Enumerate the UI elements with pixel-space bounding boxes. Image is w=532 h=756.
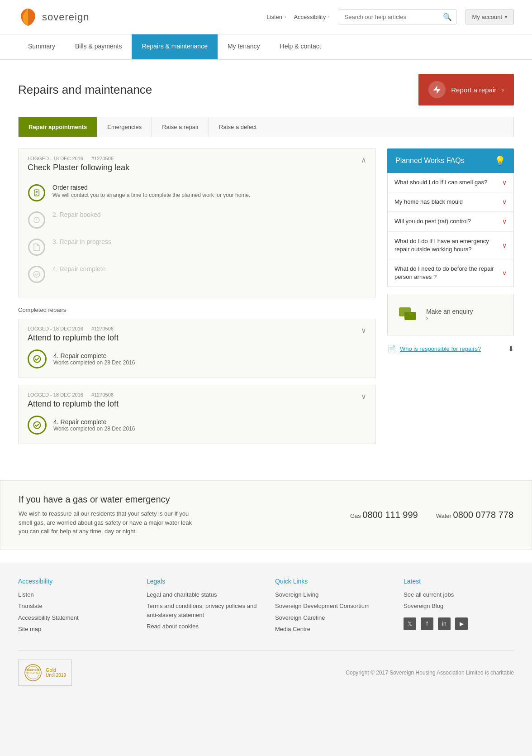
- facebook-icon[interactable]: f: [421, 617, 433, 630]
- footer-link-listen[interactable]: Listen: [18, 590, 128, 599]
- faq-item-3[interactable]: What do I do if I have an emergency repa…: [388, 232, 513, 259]
- footer-link-blog[interactable]: Sovereign Blog: [404, 602, 514, 611]
- faq-item-2-chevron-icon: ∨: [502, 218, 507, 225]
- footer-link-legal-status[interactable]: Legal and charitable status: [147, 590, 257, 599]
- footer-link-sovereign-living[interactable]: Sovereign Living: [275, 590, 385, 599]
- logo-text: sovereign: [42, 11, 89, 23]
- completed-repair-2: LOGGED - 18 DEC 2016 #1270506 Attend to …: [18, 385, 376, 444]
- active-repair-card: LOGGED - 18 DEC 2016 #1270506 Check Plas…: [18, 148, 376, 297]
- social-icons: 𝕏 f in ▶: [404, 617, 514, 630]
- gas-number-value: 0800 111 999: [362, 510, 418, 520]
- completed-repair-2-title: Attend to replumb the loft: [28, 399, 120, 409]
- footer-link-terms[interactable]: Terms and conditions, privacy policies a…: [147, 602, 257, 619]
- investors-logo-area: INVESTORS IN PEOPLE Gold Until 2019: [18, 660, 72, 686]
- enquiry-box[interactable]: Make an enquiry ›: [387, 294, 514, 335]
- faq-item-1[interactable]: My home has black mould ∨: [388, 192, 513, 212]
- gold-badge: Gold: [46, 667, 66, 673]
- active-repair-body: Order raised We will contact you to arra…: [19, 179, 375, 297]
- active-repair-meta: LOGGED - 18 DEC 2016 #1270506: [28, 156, 129, 161]
- emergency-numbers: Gas 0800 111 999 Water 0800 0778 778: [350, 510, 513, 520]
- step-1-label: Order raised: [52, 184, 250, 191]
- twitter-icon[interactable]: 𝕏: [404, 617, 416, 630]
- nav-item-help[interactable]: Help & contact: [270, 34, 331, 59]
- responsibility-document-icon: 📄: [387, 345, 396, 353]
- sub-tab-raise-defect[interactable]: Raise a defect: [209, 117, 266, 137]
- repair-step-1: Order raised We will contact you to arra…: [28, 179, 366, 206]
- footer-link-media-centre[interactable]: Media Centre: [275, 625, 385, 634]
- responsibility-link[interactable]: Who is responsible for repairs?: [400, 345, 481, 352]
- utility-links: Listen › Accessibility ›: [266, 14, 329, 20]
- footer: Accessibility Listen Translate Accessibi…: [0, 564, 532, 699]
- active-repair-logged: LOGGED - 18 DEC 2016: [28, 156, 83, 161]
- active-repair-toggle[interactable]: ∧: [361, 156, 366, 164]
- completed-repair-1-meta: LOGGED - 18 DEC 2016 #1270506: [28, 326, 120, 331]
- step-1-desc: We will contact you to arrange a time to…: [52, 192, 250, 198]
- footer-col-accessibility: Accessibility Listen Translate Accessibi…: [18, 578, 128, 636]
- account-button[interactable]: My account ▾: [466, 10, 514, 24]
- faq-item-0[interactable]: What should I do if I can smell gas? ∨: [388, 173, 513, 192]
- faq-item-3-chevron-icon: ∨: [502, 242, 507, 249]
- nav-item-tenancy[interactable]: My tenancy: [218, 34, 270, 59]
- gold-until: Until 2019: [46, 673, 66, 678]
- completed-repair-1-toggle[interactable]: ∨: [361, 326, 366, 335]
- completed-repair-1-body: 4. Repair complete Works completed on 28…: [19, 349, 375, 378]
- footer-col-accessibility-title: Accessibility: [18, 578, 128, 585]
- footer-col-latest: Latest See all current jobs Sovereign Bl…: [404, 578, 514, 636]
- faq-item-1-chevron-icon: ∨: [502, 198, 507, 206]
- copyright-text: Copyright © 2017 Sovereign Housing Assoc…: [346, 670, 514, 676]
- completed-repair-2-toggle[interactable]: ∨: [361, 392, 366, 401]
- account-chevron-down-icon: ▾: [505, 14, 507, 19]
- faq-list: What should I do if I can smell gas? ∨ M…: [387, 173, 514, 287]
- linkedin-icon[interactable]: in: [438, 617, 451, 630]
- footer-col-latest-title: Latest: [404, 578, 514, 585]
- youtube-icon[interactable]: ▶: [455, 617, 468, 630]
- footer-link-sitemap[interactable]: Site map: [18, 625, 128, 634]
- sub-tabs: Repair appointments Emergencies Raise a …: [18, 117, 514, 137]
- footer-link-jobs[interactable]: See all current jobs: [404, 590, 514, 599]
- footer-link-sovereign-dev[interactable]: Sovereign Development Consortium: [275, 602, 385, 611]
- responsibility-row: 📄 Who is responsible for repairs? ⬇: [387, 341, 514, 357]
- step-4-label: 4. Repair complete: [52, 265, 106, 273]
- completed-repair-2-header: LOGGED - 18 DEC 2016 #1270506 Attend to …: [19, 385, 375, 416]
- nav-item-bills[interactable]: Bills & payments: [65, 34, 132, 59]
- footer-col-quicklinks-title: Quick Links: [275, 578, 385, 585]
- faq-item-2[interactable]: Will you do pest (rat) control? ∨: [388, 212, 513, 231]
- svg-text:IN PEOPLE: IN PEOPLE: [27, 671, 39, 674]
- search-icon[interactable]: 🔍: [443, 13, 452, 21]
- sub-tab-raise-repair[interactable]: Raise a repair: [152, 117, 209, 137]
- enquiry-link[interactable]: ›: [426, 315, 473, 321]
- footer-columns: Accessibility Listen Translate Accessibi…: [18, 578, 514, 636]
- logo[interactable]: sovereign: [18, 7, 89, 27]
- svg-point-7: [33, 271, 40, 278]
- footer-col-quicklinks: Quick Links Sovereign Living Sovereign D…: [275, 578, 385, 636]
- faq-header: Planned Works FAQs 💡: [387, 148, 514, 173]
- footer-link-cookies[interactable]: Read about cookies: [147, 622, 257, 631]
- emergency-section: If you have a gas or water emergency We …: [0, 480, 532, 550]
- download-icon[interactable]: ⬇: [508, 345, 514, 353]
- footer-link-translate[interactable]: Translate: [18, 602, 128, 611]
- footer-link-sovereign-careline[interactable]: Sovereign Careline: [275, 613, 385, 622]
- listen-link[interactable]: Listen: [266, 14, 282, 20]
- step-1-icon: [28, 184, 46, 202]
- sub-tab-emergencies[interactable]: Emergencies: [97, 117, 152, 137]
- completed-repair-2-body: 4. Repair complete Works completed on 28…: [19, 416, 375, 444]
- accessibility-chevron: ›: [328, 14, 329, 19]
- nav-item-repairs[interactable]: Repairs & maintenance: [132, 34, 218, 59]
- faq-item-4[interactable]: What do I need to do before the repair p…: [388, 259, 513, 287]
- emergency-desc: We wish to reassure all our residents th…: [19, 509, 200, 536]
- repair-step-2: 2. Repair booked: [28, 206, 366, 234]
- faq-item-4-chevron-icon: ∨: [502, 269, 507, 277]
- gas-number: Gas 0800 111 999: [350, 510, 418, 520]
- footer-col-legals-title: Legals: [147, 578, 257, 585]
- accessibility-link[interactable]: Accessibility: [294, 14, 326, 20]
- footer-link-accessibility-statement[interactable]: Accessibility Statement: [18, 613, 128, 622]
- sub-tab-appointments[interactable]: Repair appointments: [19, 117, 97, 137]
- search-input[interactable]: [339, 10, 456, 24]
- report-repair-button[interactable]: Report a repair ›: [418, 74, 514, 105]
- report-repair-chevron-icon: ›: [502, 86, 504, 93]
- nav-item-summary[interactable]: Summary: [18, 34, 65, 59]
- footer-col-legals: Legals Legal and charitable status Terms…: [147, 578, 257, 636]
- faq-item-0-chevron-icon: ∨: [502, 179, 507, 186]
- water-number: Water 0800 0778 778: [436, 510, 513, 520]
- report-repair-label: Report a repair: [451, 86, 496, 94]
